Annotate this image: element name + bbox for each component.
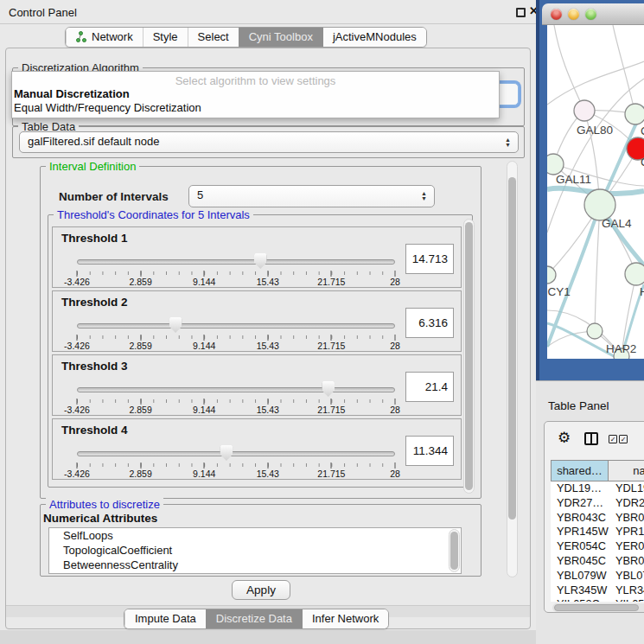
column-header-shared-name[interactable]: shared… <box>551 460 609 481</box>
bottom-tab[interactable]: Impute Data <box>124 609 206 628</box>
bottom-tab[interactable]: Infer Network <box>302 609 388 628</box>
slider-track[interactable] <box>77 259 395 265</box>
checkbox-icon[interactable]: ✓ <box>619 435 628 443</box>
popup-option[interactable]: Equal Width/Frequency Discretization <box>12 101 499 115</box>
slider-track[interactable] <box>77 323 395 328</box>
main-scrollbar[interactable] <box>507 161 518 577</box>
table-row[interactable]: YBL079W YBL079W <box>551 569 644 583</box>
attributes-list[interactable]: SelfLoops TopologicalCoefficient Between… <box>48 527 462 574</box>
popup-header: Select algorithm to view settings <box>12 72 499 87</box>
attribute-item[interactable]: SelfLoops <box>49 528 461 543</box>
network-node[interactable] <box>625 263 644 285</box>
network-node[interactable] <box>587 323 603 339</box>
network-canvas-svg: GAL80GACGAL11GAL4GCY1HHAP2 <box>547 25 644 359</box>
table-row[interactable]: YBR045C YBR045C <box>551 554 644 569</box>
tick-label: 28 <box>390 341 400 351</box>
network-node[interactable] <box>547 154 564 175</box>
top-tab[interactable]: Network <box>66 28 143 47</box>
threshold-value-field[interactable]: 11.344 <box>405 436 454 466</box>
column-header-name[interactable]: name <box>609 460 644 481</box>
tick-mark <box>267 271 268 277</box>
network-view-canvas[interactable]: GAL80GACGAL11GAL4GCY1HHAP2 <box>547 25 644 359</box>
popup-option[interactable]: Manual Discretization <box>12 87 499 101</box>
threshold-panel: Threshold 1 -3.426 <box>52 226 462 288</box>
cell-shared-name: YLR345W <box>551 583 609 598</box>
checkbox-icon[interactable]: ✓ <box>609 435 617 443</box>
tick-label: 21.715 <box>317 405 345 415</box>
tick-mark <box>204 335 205 341</box>
slider-track[interactable] <box>77 387 395 392</box>
tick-mark <box>267 399 268 405</box>
table-hscrollbar[interactable] <box>552 603 644 612</box>
node-label: H <box>640 285 644 298</box>
tab-label: Select <box>198 28 229 47</box>
minimize-button[interactable] <box>568 9 579 20</box>
threshold-panel: Threshold 2 -3.426 <box>52 290 462 352</box>
thresholds-scrollbar-thumb[interactable] <box>465 222 473 490</box>
tick-label: 9.144 <box>193 405 215 415</box>
bottom-tab[interactable]: Discretize Data <box>206 609 302 628</box>
tick-label: 2.859 <box>129 341 151 351</box>
table-row[interactable]: YLR345W YLR345W <box>551 583 644 598</box>
table-row[interactable]: YDR27… YDR27… <box>551 496 644 511</box>
tick-label: 15.43 <box>257 341 279 351</box>
table-row[interactable]: YPR145W YPR145W <box>551 525 644 539</box>
threshold-value-field[interactable]: 21.4 <box>405 372 454 402</box>
cell-name: YDL19… <box>609 481 644 496</box>
tick-mark <box>77 462 78 469</box>
threshold-panel: Threshold 3 -3.426 <box>52 354 462 416</box>
network-node[interactable] <box>584 189 615 220</box>
network-icon <box>76 31 87 43</box>
top-tab[interactable]: Select <box>188 28 239 47</box>
attribute-item[interactable]: BetweennessCentrality <box>49 558 461 572</box>
attributes-scrollbar-thumb[interactable] <box>450 532 458 570</box>
top-tab[interactable]: Cyni Toolbox <box>239 28 322 47</box>
slider-thumb[interactable] <box>322 381 335 397</box>
tick-mark <box>204 271 205 277</box>
table-row[interactable]: YBR043C YBR043C <box>551 511 644 526</box>
attribute-item[interactable]: TopologicalCoefficient <box>49 543 461 558</box>
tick-mark <box>140 399 141 405</box>
tick-label: -3.426 <box>64 405 90 415</box>
tick-label: 15.43 <box>257 277 279 287</box>
intervals-label: Number of Intervals <box>59 190 169 203</box>
top-tab[interactable]: Style <box>143 28 188 47</box>
node-label: C <box>641 156 644 169</box>
close-button[interactable] <box>551 9 562 20</box>
threshold-value-field[interactable]: 14.713 <box>405 244 454 274</box>
table-data-combobox[interactable]: galFiltered.sif default node ▲▼ <box>19 131 519 153</box>
intervals-combobox[interactable]: 5 ▲▼ <box>188 185 435 207</box>
table-row[interactable]: YIL052C YIL052C <box>551 597 644 602</box>
gear-icon[interactable]: ⚙ <box>558 429 571 447</box>
node-label: GCY1 <box>547 285 571 298</box>
cell-name: YBR043C <box>609 511 644 526</box>
network-node[interactable] <box>547 266 556 284</box>
network-node[interactable] <box>625 104 644 124</box>
table-row[interactable]: YER054C YER054C <box>551 539 644 554</box>
attributes-scrollbar[interactable] <box>449 529 460 572</box>
tick-label: -3.426 <box>64 469 90 479</box>
threshold-title: Threshold 3 <box>61 360 128 373</box>
top-tab[interactable]: jActiveMNodules <box>322 28 426 47</box>
zoom-button[interactable] <box>585 9 596 20</box>
float-window-icon[interactable] <box>516 8 526 17</box>
node-label: GAL4 <box>602 217 632 230</box>
table-hscrollbar-thumb[interactable] <box>554 604 639 611</box>
slider-thumb[interactable] <box>220 445 233 461</box>
network-node[interactable] <box>574 100 595 121</box>
node-label: GAL80 <box>577 124 613 137</box>
threshold-value-field[interactable]: 6.316 <box>405 308 454 338</box>
tab-label: Impute Data <box>135 609 196 628</box>
main-scrollbar-thumb[interactable] <box>508 177 516 520</box>
slider-thumb[interactable] <box>169 317 182 333</box>
split-view-icon[interactable] <box>584 432 598 445</box>
tick-mark <box>77 271 78 277</box>
thresholds-scrollbar[interactable] <box>463 219 475 494</box>
table-row[interactable]: YDL19… YDL19… <box>551 481 644 496</box>
slider-track[interactable] <box>77 451 395 456</box>
network-window-titlebar[interactable] <box>542 3 644 25</box>
tick-mark <box>140 462 141 469</box>
apply-button[interactable]: Apply <box>232 580 290 600</box>
slider-thumb[interactable] <box>254 253 267 269</box>
cell-name: YBR045C <box>609 554 644 569</box>
